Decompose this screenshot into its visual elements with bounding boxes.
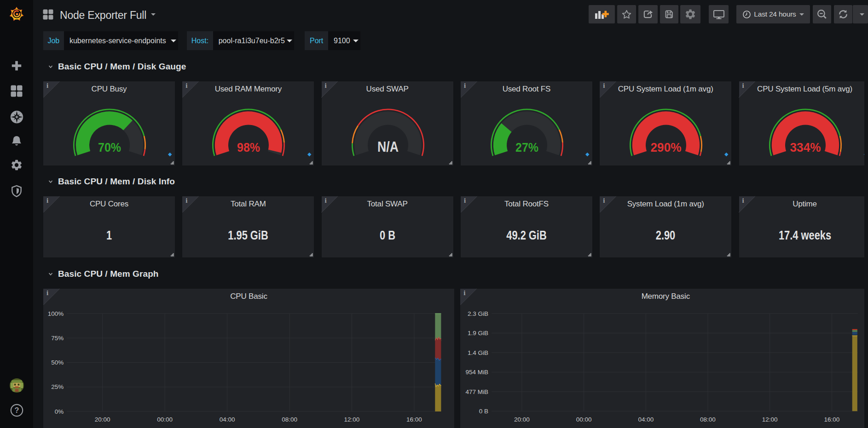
svg-text:98%: 98% [237,140,260,154]
svg-text:70%: 70% [98,140,121,154]
svg-text:0%: 0% [55,408,64,415]
svg-text:00:00: 00:00 [576,416,592,423]
svg-text:?: ? [14,406,19,414]
svg-text:27%: 27% [515,140,538,154]
svg-text:100%: 100% [48,310,64,317]
svg-text:08:00: 08:00 [700,416,716,423]
svg-text:0 B: 0 B [479,408,488,415]
svg-text:2.3 GiB: 2.3 GiB [468,310,488,317]
svg-text:04:00: 04:00 [638,416,654,423]
svg-text:N/A: N/A [377,139,399,155]
svg-text:954 MiB: 954 MiB [466,369,489,376]
svg-text:1.9 GiB: 1.9 GiB [468,330,488,337]
svg-text:20:00: 20:00 [514,416,530,423]
svg-text:290%: 290% [651,140,682,154]
svg-text:16:00: 16:00 [824,416,840,423]
svg-text:12:00: 12:00 [344,416,360,423]
svg-text:12:00: 12:00 [762,416,778,423]
svg-text:20:00: 20:00 [95,416,110,423]
svg-text:08:00: 08:00 [282,416,297,423]
svg-text:477 MiB: 477 MiB [466,388,489,395]
svg-text:75%: 75% [51,335,64,342]
svg-text:04:00: 04:00 [220,416,235,423]
svg-text:25%: 25% [51,383,64,390]
svg-text:50%: 50% [51,359,64,366]
svg-text:16:00: 16:00 [406,416,422,423]
svg-text:1.4 GiB: 1.4 GiB [468,349,488,356]
svg-text:334%: 334% [790,140,821,154]
svg-text:00:00: 00:00 [157,416,173,423]
